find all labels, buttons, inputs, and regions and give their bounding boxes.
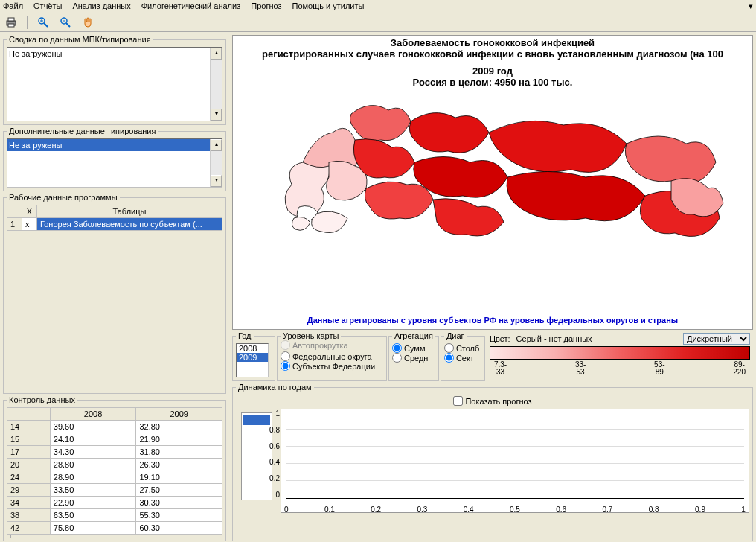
map-level-legend: Уровень карты bbox=[281, 331, 341, 340]
table-row[interactable]: 2028.8026.30 bbox=[7, 459, 222, 471]
scroll-up-icon[interactable]: ▴ bbox=[211, 48, 222, 60]
scale-label: 53-89 bbox=[654, 361, 664, 376]
extra-typing-list[interactable]: Не загружены ▴ ▾ bbox=[7, 138, 222, 188]
scroll-down-icon[interactable]: ▾ bbox=[211, 109, 222, 121]
table-cell[interactable]: 28.90 bbox=[50, 471, 136, 484]
list-item[interactable]: Не загружены bbox=[7, 139, 222, 151]
x-tick: 0.7 bbox=[603, 506, 613, 514]
diag-panel: Диаг Столб Сект bbox=[441, 331, 485, 381]
table-cell[interactable]: x bbox=[22, 218, 37, 231]
table-cell[interactable]: 63.50 bbox=[50, 509, 136, 522]
dynamics-legend: Динамика по годам bbox=[236, 383, 314, 392]
col-header[interactable]: 2009 bbox=[136, 408, 222, 421]
table-cell[interactable]: 29 bbox=[7, 484, 51, 497]
table-row[interactable]: 1524.1021.90 bbox=[7, 433, 222, 446]
menu-reports[interactable]: Отчёты bbox=[33, 1, 62, 11]
show-forecast-checkbox[interactable] bbox=[453, 396, 463, 406]
table-cell[interactable]: 17 bbox=[7, 446, 51, 459]
y-tick: 0.4 bbox=[260, 458, 280, 466]
menu-analysis[interactable]: Анализ данных bbox=[72, 1, 130, 11]
menu-file[interactable]: Файл bbox=[3, 1, 23, 11]
col-header[interactable] bbox=[7, 408, 51, 421]
working-data-legend: Рабочие данные программы bbox=[7, 193, 120, 202]
table-row[interactable]: 3863.5055.30 bbox=[7, 509, 222, 522]
color-label: Цвет: bbox=[490, 334, 510, 343]
table-cell[interactable]: 15 bbox=[7, 433, 51, 446]
show-forecast-label: Показать прогноз bbox=[465, 397, 531, 406]
radio-sect[interactable] bbox=[444, 353, 454, 363]
print-icon[interactable] bbox=[4, 16, 18, 29]
table-cell[interactable]: 27.50 bbox=[136, 484, 222, 497]
radio-federal-label: Федеральные округа bbox=[292, 352, 372, 361]
table-cell[interactable]: 60.30 bbox=[136, 522, 222, 535]
grey-nodata-label: Серый - нет данных bbox=[516, 334, 592, 343]
table-cell[interactable]: 22.90 bbox=[50, 497, 136, 509]
table-cell[interactable]: 38 bbox=[7, 509, 51, 522]
col-header-x[interactable]: Х bbox=[22, 205, 37, 218]
scrollbar[interactable]: ▴ ▾ bbox=[210, 139, 222, 187]
table-cell[interactable]: 39.60 bbox=[50, 421, 136, 433]
y-tick: 0.8 bbox=[260, 426, 280, 434]
table-cell[interactable]: 24.10 bbox=[50, 433, 136, 446]
table-row[interactable]: 1734.3031.80 bbox=[7, 446, 222, 459]
scrollbar[interactable]: ▴ ▾ bbox=[7, 535, 11, 538]
scroll-up-icon[interactable]: ▴ bbox=[7, 535, 11, 538]
year-list[interactable]: 2008 2009 bbox=[236, 343, 269, 377]
year-option-2009[interactable]: 2009 bbox=[237, 353, 268, 362]
table-cell[interactable]: 14 bbox=[7, 421, 51, 433]
table-cell[interactable]: 24 bbox=[7, 471, 51, 484]
table-row[interactable]: 1439.6032.80 bbox=[7, 421, 222, 433]
table-cell[interactable]: 19.10 bbox=[136, 471, 222, 484]
data-control-table[interactable]: 200820091439.6032.801524.1021.901734.303… bbox=[7, 407, 222, 535]
color-legend-panel: Цвет: Серый - нет данных Дискретный 7.3-… bbox=[487, 331, 753, 381]
scrollbar[interactable]: ▴ ▾ bbox=[210, 48, 222, 121]
table-cell[interactable]: 33.50 bbox=[50, 484, 136, 497]
radio-avg[interactable] bbox=[392, 353, 402, 363]
map-display[interactable]: Заболеваемость гонококковой инфекцией ре… bbox=[232, 35, 753, 330]
table-row[interactable]: 3422.9030.30 bbox=[7, 497, 222, 509]
table-cell[interactable]: 21.90 bbox=[136, 433, 222, 446]
x-tick: 0.3 bbox=[417, 506, 427, 514]
map-note: Данные агрегированы с уровня субъектов Р… bbox=[233, 316, 752, 325]
table-row[interactable]: 2933.5027.50 bbox=[7, 484, 222, 497]
radio-subjects[interactable] bbox=[281, 361, 290, 371]
radio-sum-label: Сумм bbox=[404, 344, 425, 353]
menu-forecast[interactable]: Прогноз bbox=[251, 1, 281, 11]
col-header-tables[interactable]: Таблицы bbox=[37, 205, 222, 218]
table-cell[interactable]: 42 bbox=[7, 522, 51, 535]
table-cell[interactable]: 34 bbox=[7, 497, 51, 509]
map-year: 2009 год bbox=[233, 66, 752, 77]
table-cell[interactable]: 31.80 bbox=[136, 446, 222, 459]
col-header[interactable]: 2008 bbox=[50, 408, 136, 421]
radio-federal[interactable] bbox=[281, 351, 290, 361]
table-cell[interactable]: 28.80 bbox=[50, 459, 136, 471]
radio-sum[interactable] bbox=[392, 343, 402, 353]
map-total: Россия в целом: 4950 на 100 тыс. bbox=[233, 77, 752, 88]
color-mode-select[interactable]: Дискретный bbox=[683, 333, 750, 345]
zoom-out-icon[interactable] bbox=[59, 16, 72, 29]
table-cell[interactable]: 75.80 bbox=[50, 522, 136, 535]
svg-line-4 bbox=[44, 23, 48, 27]
zoom-in-icon[interactable] bbox=[36, 16, 50, 29]
scroll-up-icon[interactable]: ▴ bbox=[211, 139, 222, 151]
table-cell[interactable]: 55.30 bbox=[136, 509, 222, 522]
scroll-down-icon[interactable]: ▾ bbox=[211, 175, 222, 187]
table-row[interactable]: 4275.8060.30 bbox=[7, 522, 222, 535]
table-cell[interactable]: 30.30 bbox=[136, 497, 222, 509]
menu-phylo[interactable]: Филогенетический анализ bbox=[141, 1, 241, 11]
menu-help[interactable]: Помощь и утилиты bbox=[292, 1, 365, 11]
table-cell[interactable]: 34.30 bbox=[50, 446, 136, 459]
table-cell[interactable]: 32.80 bbox=[136, 421, 222, 433]
table-cell[interactable]: Гонорея Заболеваемость по субъектам (... bbox=[37, 218, 222, 231]
table-cell[interactable]: 26.30 bbox=[136, 459, 222, 471]
hand-pan-icon[interactable] bbox=[81, 16, 94, 29]
map-title-2: регистрированных случаев гонококковой ин… bbox=[233, 48, 752, 60]
menu-chevron-icon[interactable]: ▾ bbox=[749, 1, 753, 11]
radio-col[interactable] bbox=[444, 343, 454, 353]
y-tick: 1 bbox=[260, 409, 280, 418]
working-data-table[interactable]: Х Таблицы 1 x Гонорея Заболеваемость по … bbox=[7, 205, 222, 231]
table-row[interactable]: 2428.9019.10 bbox=[7, 471, 222, 484]
table-cell[interactable]: 20 bbox=[7, 459, 51, 471]
year-option-2008[interactable]: 2008 bbox=[237, 344, 268, 353]
mic-summary-list[interactable]: Не загружены ▴ ▾ bbox=[7, 47, 222, 121]
